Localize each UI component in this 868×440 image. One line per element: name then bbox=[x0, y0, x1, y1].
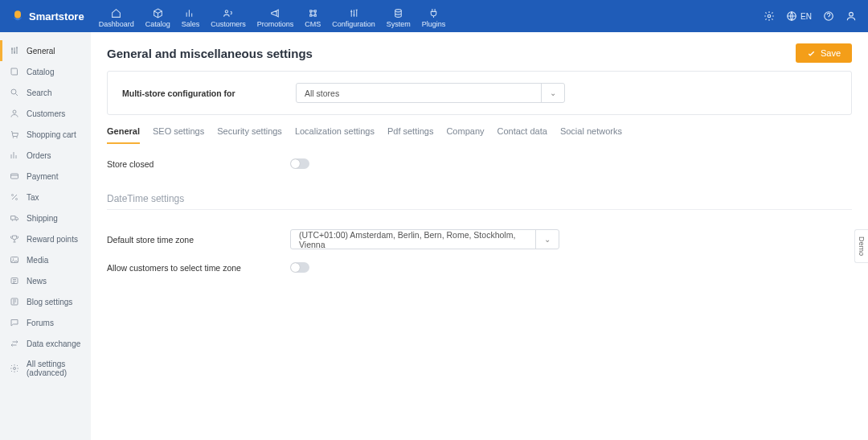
gear-icon bbox=[10, 364, 19, 373]
page-title: General and miscellaneous settings bbox=[107, 47, 313, 60]
topnav-label: Customers bbox=[211, 20, 246, 28]
topnav-system[interactable]: System bbox=[387, 5, 411, 32]
row-store-closed: Store closed bbox=[107, 152, 852, 175]
svg-point-2 bbox=[768, 14, 771, 18]
allow-tz-toggle[interactable] bbox=[290, 262, 309, 273]
sidebar-item-media[interactable]: Media bbox=[0, 249, 91, 270]
topnav-label: Plugins bbox=[422, 20, 446, 28]
svg-point-5 bbox=[850, 12, 854, 16]
percent-icon bbox=[10, 192, 19, 202]
sidebar-item-forums[interactable]: Forums bbox=[0, 312, 91, 333]
topnav-customers[interactable]: Customers bbox=[211, 5, 246, 32]
language-selector[interactable]: EN bbox=[786, 10, 812, 22]
topnav-plugins[interactable]: Plugins bbox=[422, 5, 446, 32]
card-icon bbox=[10, 171, 19, 181]
language-code: EN bbox=[800, 12, 812, 21]
multistore-select[interactable]: All stores ⌄ bbox=[296, 83, 565, 103]
sidebar-item-label: Reward points bbox=[27, 235, 78, 244]
sidebar-item-general[interactable]: General bbox=[0, 40, 91, 61]
tab-seo[interactable]: SEO settings bbox=[153, 126, 204, 144]
sidebar-item-label: Customers bbox=[27, 109, 65, 118]
save-button-label: Save bbox=[821, 48, 841, 58]
cube-icon bbox=[153, 8, 163, 19]
sidebar-item-data-exchange[interactable]: Data exchange bbox=[0, 333, 91, 354]
multistore-label: Multi-store configuration for bbox=[122, 88, 296, 98]
sidebar-item-label: All settings (advanced) bbox=[27, 360, 83, 377]
demo-tab[interactable]: Demo bbox=[854, 229, 868, 263]
topnav-promotions[interactable]: Promotions bbox=[257, 5, 294, 32]
chat-icon bbox=[10, 318, 19, 327]
tab-social[interactable]: Social networks bbox=[560, 126, 622, 144]
topnav-sales[interactable]: Sales bbox=[182, 5, 200, 32]
user-icon bbox=[10, 109, 19, 118]
sidebar-item-label: Orders bbox=[27, 151, 51, 160]
sitemap-icon bbox=[308, 8, 318, 19]
form-section-datetime: Default store time zone (UTC+01:00) Amst… bbox=[91, 215, 868, 287]
multistore-card: Multi-store configuration for All stores… bbox=[107, 71, 852, 115]
allow-tz-label: Allow customers to select time zone bbox=[107, 263, 290, 273]
megaphone-icon bbox=[270, 8, 280, 19]
help-icon[interactable] bbox=[823, 10, 834, 22]
sidebar-item-blog[interactable]: Blog settings bbox=[0, 291, 91, 312]
sidebar-item-reward-points[interactable]: Reward points bbox=[0, 228, 91, 249]
svg-point-7 bbox=[13, 110, 16, 113]
chart-icon bbox=[10, 150, 19, 160]
search-icon bbox=[10, 88, 19, 97]
tab-general[interactable]: General bbox=[107, 126, 140, 144]
chevron-down-icon: ⌄ bbox=[550, 88, 556, 97]
sidebar-item-label: Data exchange bbox=[27, 339, 80, 348]
tab-company[interactable]: Company bbox=[446, 126, 484, 144]
topnav-label: Sales bbox=[182, 20, 200, 28]
sidebar-item-label: Blog settings bbox=[27, 298, 72, 306]
sidebar-item-label: News bbox=[27, 277, 47, 286]
chevron-down-icon: ⌄ bbox=[544, 235, 551, 244]
svg-point-0 bbox=[226, 10, 228, 13]
exchange-icon bbox=[10, 339, 19, 348]
divider bbox=[107, 209, 852, 210]
store-closed-toggle[interactable] bbox=[290, 158, 309, 169]
topnav-cms[interactable]: CMS bbox=[305, 5, 321, 32]
topnav-catalog[interactable]: Catalog bbox=[145, 5, 170, 32]
tab-localization[interactable]: Localization settings bbox=[295, 126, 375, 144]
form-section-general: Store closed bbox=[91, 144, 868, 183]
sidebar-item-catalog[interactable]: Catalog bbox=[0, 61, 91, 82]
tab-security[interactable]: Security settings bbox=[217, 126, 282, 144]
sidebar-item-label: General bbox=[27, 47, 55, 56]
save-button[interactable]: Save bbox=[796, 43, 852, 63]
topnav-label: Dashboard bbox=[99, 20, 134, 28]
sidebar-item-orders[interactable]: Orders bbox=[0, 145, 91, 166]
svg-point-9 bbox=[16, 137, 18, 138]
tab-contact[interactable]: Contact data bbox=[497, 126, 547, 144]
sidebar-item-label: Catalog bbox=[27, 68, 54, 76]
tab-pdf[interactable]: Pdf settings bbox=[387, 126, 433, 144]
brand-logo[interactable]: Smartstore bbox=[11, 10, 99, 23]
check-icon bbox=[807, 49, 816, 58]
svg-point-6 bbox=[11, 89, 16, 94]
trophy-icon bbox=[10, 234, 19, 244]
sidebar-item-shipping[interactable]: Shipping bbox=[0, 208, 91, 228]
plug-icon bbox=[428, 8, 439, 19]
gear-icon[interactable] bbox=[764, 10, 775, 22]
topnav-dashboard[interactable]: Dashboard bbox=[99, 5, 134, 32]
topnav-configuration[interactable]: Configuration bbox=[332, 5, 375, 32]
user-icon[interactable] bbox=[845, 10, 857, 22]
sidebar-item-all-settings[interactable]: All settings (advanced) bbox=[0, 354, 91, 383]
svg-point-8 bbox=[13, 137, 14, 138]
sidebar-item-news[interactable]: News bbox=[0, 270, 91, 291]
topnav-label: Promotions bbox=[257, 20, 294, 28]
timezone-select[interactable]: (UTC+01:00) Amsterdam, Berlin, Bern, Rom… bbox=[290, 229, 559, 249]
chart-icon bbox=[185, 8, 195, 19]
globe-icon bbox=[786, 10, 797, 22]
sidebar-item-customers[interactable]: Customers bbox=[0, 103, 91, 124]
sidebar-item-tax[interactable]: Tax bbox=[0, 187, 91, 208]
sidebar-item-payment[interactable]: Payment bbox=[0, 166, 91, 187]
sliders-icon bbox=[349, 8, 359, 19]
sidebar-item-search[interactable]: Search bbox=[0, 82, 91, 103]
topnav-label: System bbox=[387, 20, 411, 28]
svg-point-11 bbox=[12, 195, 14, 196]
sidebar-item-shopping-cart[interactable]: Shopping cart bbox=[0, 124, 91, 145]
top-right: EN bbox=[764, 10, 857, 22]
svg-point-16 bbox=[13, 258, 14, 260]
users-icon bbox=[223, 8, 233, 19]
row-allow-tz: Allow customers to select time zone bbox=[107, 256, 852, 279]
